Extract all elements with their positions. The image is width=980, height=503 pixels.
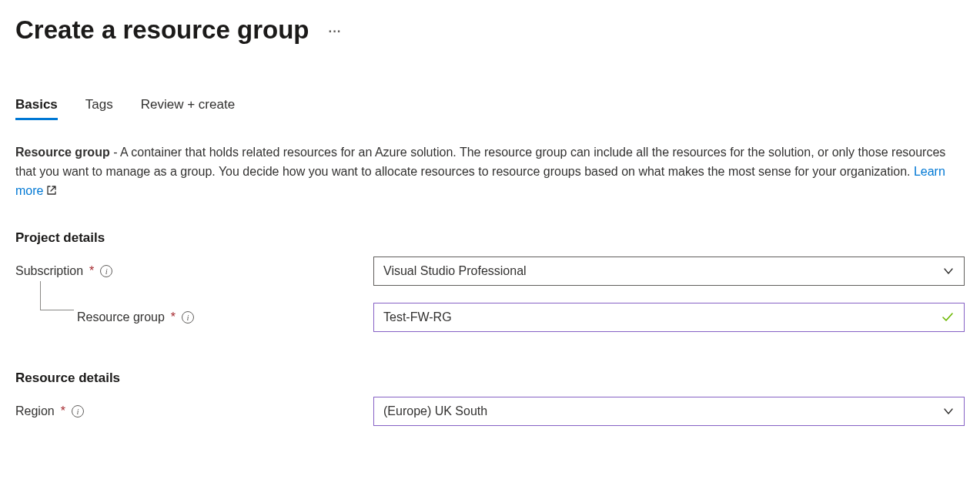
page-title: Create a resource group [15,15,309,45]
subscription-dropdown[interactable]: Visual Studio Professional [373,257,965,286]
region-dropdown[interactable]: (Europe) UK South [373,397,965,426]
region-row: Region * i (Europe) UK South [15,397,965,426]
resource-group-label: Resource group [77,310,165,324]
resource-group-input[interactable]: Test-FW-RG [373,303,965,332]
region-label: Region [15,404,55,418]
more-icon[interactable]: ··· [327,19,340,41]
resource-group-label-cell: Resource group * i [15,310,373,324]
description-lead: Resource group [15,146,110,159]
info-icon[interactable]: i [100,265,112,277]
tab-review-create[interactable]: Review + create [141,97,235,120]
info-icon[interactable]: i [72,405,84,417]
tab-strip: Basics Tags Review + create [15,97,965,120]
resource-group-row: Resource group * i Test-FW-RG [15,303,965,332]
chevron-down-icon [942,265,955,277]
tree-connector [40,281,74,310]
subscription-value: Visual Studio Professional [383,264,527,278]
subscription-label-cell: Subscription * i [15,264,373,278]
external-link-icon [46,183,57,202]
check-icon [941,310,955,324]
required-indicator: * [171,310,176,324]
resource-details-heading: Resource details [15,371,965,386]
tab-tags[interactable]: Tags [85,97,113,120]
project-details-heading: Project details [15,230,965,246]
required-indicator: * [89,264,94,278]
tab-basics[interactable]: Basics [15,97,58,120]
subscription-label: Subscription [15,264,83,278]
chevron-down-icon [942,405,955,417]
resource-group-value: Test-FW-RG [383,310,452,324]
subscription-row: Subscription * i Visual Studio Professio… [15,257,965,286]
region-label-cell: Region * i [15,404,373,418]
required-indicator: * [61,404,65,418]
info-icon[interactable]: i [182,311,194,324]
description-text: Resource group - A container that holds … [15,143,955,201]
region-value: (Europe) UK South [383,404,487,418]
description-body: - A container that holds related resourc… [15,146,945,178]
